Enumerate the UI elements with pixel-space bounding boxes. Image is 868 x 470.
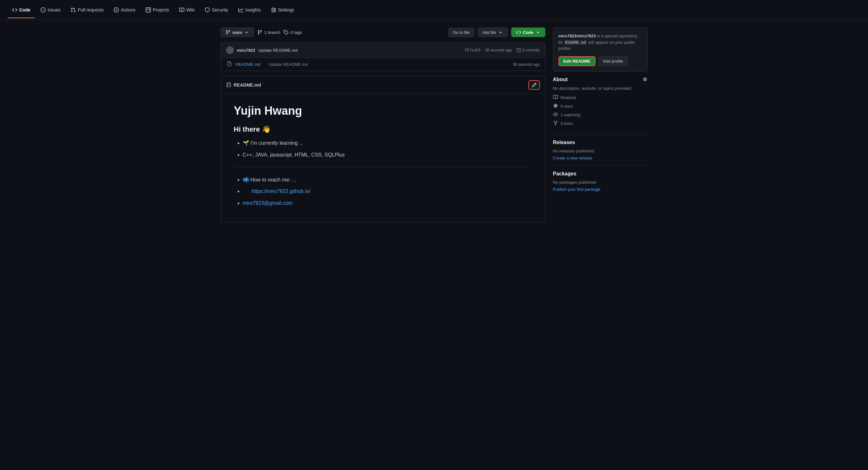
- publish-package-link[interactable]: Publish your first package: [553, 187, 600, 192]
- actions-icon: [114, 7, 119, 12]
- security-icon: [205, 7, 210, 12]
- commit-meta: fb7ea93 38 seconds ago 3 commits: [465, 48, 540, 53]
- packages-title: Packages: [553, 171, 648, 177]
- commit-message: Update README.md: [258, 48, 298, 53]
- nav-issues[interactable]: Issues: [36, 5, 65, 15]
- readme-body: Yujin Hwang Hi there 👋 🌱 I'm currently l…: [221, 94, 545, 222]
- table-row: README.md Update README.md 38 seconds ag…: [221, 58, 545, 71]
- projects-icon: [146, 7, 151, 12]
- nav-settings[interactable]: Settings: [267, 5, 299, 15]
- nav-projects-label: Projects: [153, 7, 169, 12]
- tags-count: 0 tags: [290, 30, 302, 35]
- releases-title: Releases: [553, 139, 648, 145]
- commit-time: 38 seconds ago: [485, 48, 512, 53]
- branch-selector[interactable]: main: [221, 28, 254, 37]
- file-name[interactable]: README.md: [236, 62, 260, 67]
- fork-icon: [553, 121, 558, 127]
- readme-edit-button[interactable]: [528, 80, 540, 90]
- about-stat-stars[interactable]: 0 stars: [553, 103, 648, 109]
- tags-info[interactable]: 0 tags: [283, 30, 302, 35]
- top-nav: Code Issues Pull requests Actions Projec…: [0, 0, 868, 20]
- nav-wiki[interactable]: Wiki: [175, 5, 199, 15]
- go-to-file-button[interactable]: Go to file: [448, 28, 474, 37]
- about-section: About No description, website, or topics…: [553, 77, 648, 127]
- readme-email[interactable]: miro7923@gmail.com: [243, 200, 292, 206]
- readme-greeting: Hi there 👋: [234, 125, 532, 133]
- nav-security-label: Security: [212, 7, 228, 12]
- no-releases-text: No releases published: [553, 149, 648, 153]
- nav-code[interactable]: Code: [8, 5, 35, 15]
- special-repo-actions: Edit README Visit profile: [558, 56, 642, 66]
- readme-title: README.md: [234, 83, 261, 88]
- nav-projects[interactable]: Projects: [141, 5, 174, 15]
- list-item-link[interactable]: https://miro7923.github.io/: [243, 187, 532, 196]
- nav-insights-label: Insights: [245, 7, 261, 12]
- nav-pull-requests[interactable]: Pull requests: [66, 5, 108, 15]
- readme-title-row: README.md: [226, 83, 261, 88]
- file-icon: [226, 61, 232, 67]
- main-content: main 1 branch 0 tags Go to file Add file: [211, 20, 658, 230]
- left-column: main 1 branch 0 tags Go to file Add file: [221, 28, 545, 222]
- code-icon: [12, 7, 17, 12]
- about-header: About: [553, 77, 648, 83]
- nav-pull-requests-label: Pull requests: [78, 7, 103, 12]
- about-stat-forks[interactable]: 0 forks: [553, 121, 648, 127]
- readme-heading: Yujin Hwang: [234, 104, 532, 118]
- about-settings-icon[interactable]: [643, 77, 648, 83]
- eye-icon: [553, 112, 558, 118]
- commit-author[interactable]: miro7923: [237, 48, 255, 53]
- releases-section: Releases No releases published Create a …: [553, 139, 648, 160]
- list-item: 🌱 I'm currently learning ...: [243, 139, 532, 148]
- wiki-icon: [179, 7, 184, 12]
- about-title: About: [553, 77, 568, 83]
- pull-request-icon: [71, 7, 76, 12]
- repo-toolbar: main 1 branch 0 tags Go to file Add file: [221, 28, 545, 37]
- list-item-email[interactable]: miro7923@gmail.com: [243, 199, 532, 208]
- nav-insights[interactable]: Insights: [234, 5, 265, 15]
- special-repo-box: miro7923/miro7923 is a special repositor…: [553, 28, 648, 71]
- add-file-button[interactable]: Add file: [477, 28, 508, 37]
- about-stat-watching[interactable]: 1 watching: [553, 112, 648, 118]
- avatar: [226, 46, 234, 54]
- nav-code-label: Code: [19, 7, 30, 12]
- file-time: 38 seconds ago: [513, 62, 540, 67]
- right-column: miro7923/miro7923 is a special repositor…: [553, 28, 648, 222]
- create-release-link[interactable]: Create a new release: [553, 156, 593, 160]
- special-repo-text: miro7923/miro7923 is a special repositor…: [558, 33, 642, 52]
- book-icon: [553, 95, 558, 101]
- insights-icon: [238, 7, 243, 12]
- code-button[interactable]: Code: [511, 28, 545, 37]
- file-commit-message: Update README.md: [269, 62, 509, 67]
- nav-issues-label: Issues: [48, 7, 60, 12]
- readme-header: README.md: [221, 76, 545, 94]
- commit-row: miro7923 Update README.md fb7ea93 38 sec…: [221, 42, 545, 58]
- settings-icon: [271, 7, 276, 12]
- readme-contact-list: 📫 How to reach me: ... https://miro7923.…: [234, 176, 532, 208]
- nav-wiki-label: Wiki: [186, 7, 194, 12]
- readme-link[interactable]: https://miro7923.github.io/: [243, 189, 311, 194]
- edit-readme-button[interactable]: Edit README: [558, 56, 596, 66]
- issues-icon: [40, 7, 46, 12]
- nav-actions-label: Actions: [121, 7, 135, 12]
- branches-count: 1 branch: [264, 30, 280, 35]
- star-icon: [553, 103, 558, 109]
- list-item: C++, JAVA, javascript, HTML, CSS, SQLPlu…: [243, 151, 532, 160]
- nav-actions[interactable]: Actions: [109, 5, 140, 15]
- packages-section: Packages No packages published Publish y…: [553, 171, 648, 192]
- no-packages-text: No packages published: [553, 180, 648, 185]
- visit-profile-button[interactable]: Visit profile: [598, 56, 628, 66]
- readme-section: README.md Yujin Hwang Hi there 👋 🌱 I'm c…: [221, 76, 545, 222]
- nav-security[interactable]: Security: [200, 5, 232, 15]
- commits-link[interactable]: 3 commits: [517, 48, 540, 53]
- branches-info[interactable]: 1 branch: [257, 30, 280, 35]
- list-item-contact: 📫 How to reach me: ...: [243, 176, 532, 185]
- nav-settings-label: Settings: [278, 7, 294, 12]
- readme-list: 🌱 I'm currently learning ... C++, JAVA, …: [234, 139, 532, 160]
- file-list: README.md Update README.md 38 seconds ag…: [221, 58, 545, 71]
- branch-name: main: [232, 30, 242, 35]
- commit-hash[interactable]: fb7ea93: [465, 48, 481, 53]
- about-stat-readme[interactable]: Readme: [553, 95, 648, 101]
- about-description: No description, website, or topics provi…: [553, 86, 648, 91]
